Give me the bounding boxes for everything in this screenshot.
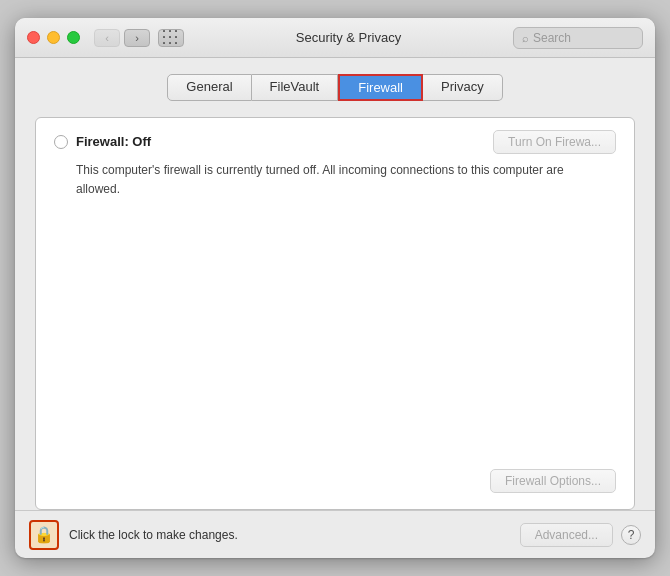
tab-filevault[interactable]: FileVault xyxy=(252,74,339,101)
minimize-button[interactable] xyxy=(47,31,60,44)
firewall-description: This computer's firewall is currently tu… xyxy=(76,161,576,198)
traffic-lights xyxy=(27,31,80,44)
apps-grid-button[interactable] xyxy=(158,29,184,47)
back-button[interactable]: ‹ xyxy=(94,29,120,47)
tab-privacy[interactable]: Privacy xyxy=(423,74,503,101)
main-window: ‹ › Security & Privacy ⌕ Search General … xyxy=(15,18,655,558)
bottom-bar: 🔒 Click the lock to make changes. Advanc… xyxy=(15,510,655,558)
advanced-button[interactable]: Advanced... xyxy=(520,523,613,547)
lock-icon: 🔒 xyxy=(34,525,54,544)
tab-bar: General FileVault Firewall Privacy xyxy=(35,74,635,101)
firewall-options-button[interactable]: Firewall Options... xyxy=(490,469,616,493)
forward-button[interactable]: › xyxy=(124,29,150,47)
nav-buttons: ‹ › xyxy=(94,29,150,47)
maximize-button[interactable] xyxy=(67,31,80,44)
close-button[interactable] xyxy=(27,31,40,44)
turn-on-firewall-button[interactable]: Turn On Firewa... xyxy=(493,130,616,154)
tab-general[interactable]: General xyxy=(167,74,251,101)
search-icon: ⌕ xyxy=(522,32,529,44)
lock-label: Click the lock to make changes. xyxy=(69,528,520,542)
help-button[interactable]: ? xyxy=(621,525,641,545)
lock-icon-button[interactable]: 🔒 xyxy=(29,520,59,550)
window-title: Security & Privacy xyxy=(184,30,513,45)
firewall-status-label: Firewall: Off xyxy=(76,134,151,149)
content-area: General FileVault Firewall Privacy Firew… xyxy=(15,58,655,510)
tab-firewall[interactable]: Firewall xyxy=(338,74,423,101)
search-placeholder: Search xyxy=(533,31,571,45)
firewall-panel: Firewall: Off Turn On Firewa... This com… xyxy=(35,117,635,510)
firewall-radio-button[interactable] xyxy=(54,135,68,149)
titlebar: ‹ › Security & Privacy ⌕ Search xyxy=(15,18,655,58)
search-bar[interactable]: ⌕ Search xyxy=(513,27,643,49)
